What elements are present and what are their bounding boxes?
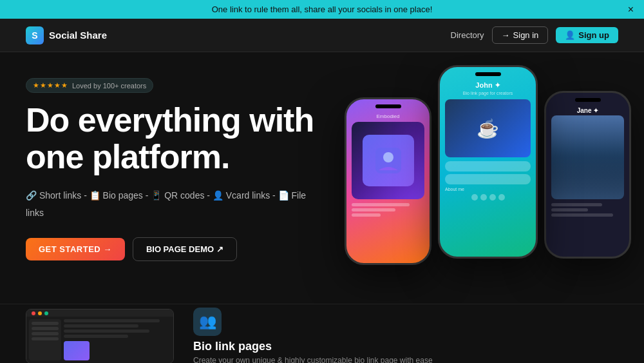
phone-left-photo-inner: [363, 135, 414, 186]
bottom-right: 👥 Bio link pages Create your own unique …: [193, 308, 618, 363]
navbar: S Social Share Directory → Sign in 👤 Sig…: [0, 19, 644, 52]
dot-green: [44, 311, 48, 315]
phone-right-bars: [551, 203, 624, 217]
phones-container: Embodied: [345, 65, 631, 265]
phone-center: John ✦ Bio link page for creators ☕ Abou…: [438, 65, 538, 259]
main-row-3: [64, 329, 149, 333]
dot-red: [32, 311, 35, 315]
phone-left-bar-1: [352, 203, 410, 206]
phone-left-bar-3: [352, 213, 381, 217]
screenshot-body: [26, 317, 173, 363]
phone-left-label: Embodied: [352, 113, 424, 119]
phone-right-bar-2: [551, 208, 588, 211]
sidebar-row-1: [32, 322, 59, 325]
bottom-section: 👥 Bio link pages Create your own unique …: [0, 304, 644, 363]
phone-right-notch: [575, 98, 601, 102]
get-started-button[interactable]: GET STARTED →: [26, 238, 125, 260]
phone-center-notch: [475, 72, 501, 76]
announcement-banner: One link to rule them all, share all you…: [0, 0, 644, 19]
phone-right-bar-1: [551, 203, 602, 206]
stars: ★★★★★: [33, 81, 68, 90]
phone-center-btn-1: [445, 161, 531, 172]
phone-left: Embodied: [345, 97, 431, 265]
social-dot-3: [489, 194, 496, 201]
bio-link-title: Bio link pages: [193, 340, 618, 353]
screenshot-phone-card: [64, 341, 90, 360]
phone-right: Jane ✦: [544, 91, 631, 259]
sidebar-row-4: [32, 337, 59, 340]
signin-icon: →: [502, 30, 510, 40]
nav-directory-link[interactable]: Directory: [451, 30, 484, 40]
phone-right-bar-3: [551, 213, 613, 217]
screenshot-header: [26, 309, 173, 317]
signup-label: Sign up: [578, 30, 609, 40]
hero-features: 🔗 Short links - 📋 Bio pages - 📱 QR codes…: [26, 187, 322, 221]
dashboard-screenshot: [26, 309, 174, 363]
svg-point-1: [383, 152, 393, 162]
bio-link-desc: Create your own unique & highly customiz…: [193, 356, 618, 363]
phone-left-photo: [352, 122, 424, 199]
phone-right-content: Jane ✦: [546, 93, 629, 257]
phone-center-socials: [445, 194, 531, 201]
banner-close-button[interactable]: ×: [628, 5, 634, 15]
phone-center-photo: ☕: [445, 99, 531, 157]
logo: S Social Share: [26, 26, 107, 44]
logo-text: Social Share: [49, 30, 107, 41]
screenshot-main: [64, 319, 171, 360]
social-dot-2: [480, 194, 487, 201]
phone-center-about: About me: [445, 187, 531, 191]
hero-right: Embodied: [322, 72, 618, 304]
phone-center-btn-2: [445, 174, 531, 184]
hero-title: Do everything with one platform.: [26, 102, 322, 175]
social-dot-1: [471, 194, 478, 201]
hero-left: ★★★★★ Loved by 100+ creators Do everythi…: [26, 72, 322, 304]
bio-link-icon: 👥: [193, 308, 222, 336]
badge-label: Loved by 100+ creators: [72, 82, 146, 90]
phone-center-content: John ✦ Bio link page for creators ☕ Abou…: [440, 67, 536, 257]
signin-label: Sign in: [513, 30, 539, 40]
phone-center-photo-icon: ☕: [477, 118, 499, 139]
phone-left-bars: [352, 203, 424, 217]
phone-right-mountain: [551, 149, 624, 199]
signup-button[interactable]: 👤 Sign up: [556, 27, 618, 43]
main-row-2: [64, 324, 138, 328]
phone-center-name: John ✦: [445, 81, 531, 90]
signin-button[interactable]: → Sign in: [492, 26, 549, 44]
sidebar-row-2: [32, 327, 59, 330]
bio-demo-button[interactable]: BIO PAGE DEMO ↗: [133, 237, 237, 261]
signup-icon: 👤: [565, 30, 575, 40]
main-row-4: [64, 335, 128, 338]
hero-buttons: GET STARTED → BIO PAGE DEMO ↗: [26, 237, 322, 261]
nav-right: Directory → Sign in 👤 Sign up: [451, 26, 618, 44]
banner-text: One link to rule them all, share all you…: [212, 5, 433, 14]
dot-yellow: [38, 311, 42, 315]
phone-left-bar-2: [352, 208, 395, 211]
hero-title-line1: Do everything with: [26, 101, 314, 139]
social-dot-4: [498, 194, 505, 201]
phone-right-photo: [551, 115, 624, 199]
phone-right-name: Jane ✦: [551, 107, 624, 114]
logo-icon: S: [26, 26, 44, 44]
sidebar-row-3: [32, 332, 59, 335]
hero-title-line2: one platform.: [26, 138, 229, 175]
screenshot-sidebar: [29, 319, 61, 360]
hero-section: ★★★★★ Loved by 100+ creators Do everythi…: [0, 52, 644, 304]
phone-left-notch: [375, 104, 401, 108]
phone-left-content: Embodied: [346, 99, 430, 263]
stars-badge: ★★★★★ Loved by 100+ creators: [26, 78, 153, 93]
main-row-1: [64, 319, 160, 322]
phone-center-sub: Bio link page for creators: [445, 91, 531, 95]
